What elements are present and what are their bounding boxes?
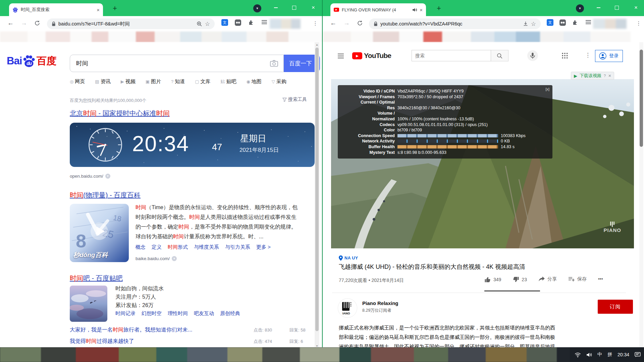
tieba-tag-link[interactable]: 时间记录 — [115, 310, 136, 316]
baidu-nav-tab[interactable]: ▣图片 — [146, 78, 161, 87]
scrollbar-up-icon[interactable]: ▲ — [315, 43, 319, 46]
profile-avatar-icon[interactable]: ▼ — [576, 4, 584, 12]
extension-help-icon[interactable]: ? — [604, 74, 606, 78]
reading-list-icon[interactable] — [262, 20, 267, 21]
bookmark-star-icon[interactable]: ☆ — [531, 20, 536, 27]
baike-tag-link[interactable]: 与维度关系 — [194, 244, 219, 250]
download-video-label[interactable]: 下载该视频 — [580, 73, 601, 79]
back-icon[interactable]: ← — [330, 19, 336, 27]
address-bar[interactable]: baidu.com/s?ie=UTF-8&wd=时间 ☆ — [47, 18, 215, 29]
ime-mode-indicator[interactable]: 拼 — [607, 352, 612, 358]
window-minimize-button[interactable] — [268, 0, 283, 15]
search-input[interactable] — [75, 60, 270, 67]
translate-icon[interactable]: 文 — [221, 19, 228, 26]
like-button[interactable]: 349 — [484, 276, 501, 283]
new-tab-button[interactable]: + — [437, 5, 441, 12]
stats-close-button[interactable]: [x] — [545, 87, 549, 91]
reload-icon[interactable] — [34, 20, 40, 26]
extensions-puzzle-icon[interactable] — [248, 19, 254, 25]
tab-close-icon[interactable]: × — [420, 7, 423, 12]
tieba-tag-link[interactable]: 幻想时空 — [142, 310, 162, 316]
baike-tag-link[interactable]: 概念 — [136, 244, 146, 250]
voice-search-icon[interactable] — [527, 50, 538, 61]
download-icon[interactable] — [523, 21, 528, 26]
signin-button[interactable]: 登录 — [595, 50, 623, 62]
reload-icon[interactable] — [357, 20, 363, 26]
result1-title-link[interactable]: 北京时间 - 国家授时中心标准时间 — [70, 109, 170, 118]
download-extension-bar[interactable]: ▶ 下载该视频 ? ✕ — [571, 72, 614, 80]
titlebar[interactable]: ▶ FLYING OVER NORWAY (4 × + ▼ × — [323, 0, 644, 16]
camera-search-icon[interactable] — [270, 60, 278, 67]
video-location-tag[interactable]: NA UY — [339, 255, 358, 261]
tieba-post-link[interactable]: 大家好，我是一名时间旅行者。我想知道你们对未... — [70, 327, 192, 333]
window-close-button[interactable]: × — [306, 0, 321, 15]
baike-tag-link[interactable]: 时间形式 — [168, 244, 188, 250]
notification-icon[interactable] — [635, 352, 641, 357]
profile-avatar-icon[interactable]: ▼ — [253, 4, 261, 12]
youtube-logo[interactable]: ▶ YouTube — [352, 52, 391, 60]
baike-tag-link[interactable]: 定义 — [152, 244, 162, 250]
ime-language-indicator[interactable]: 中 — [597, 352, 602, 358]
subscribe-button[interactable]: 订阅 — [598, 300, 633, 314]
window-maximize-button[interactable] — [609, 0, 624, 15]
menu-kebab-icon[interactable]: ⋮ — [313, 20, 318, 26]
baidu-nav-tab[interactable]: ▢文库 — [195, 78, 210, 87]
tieba-tag-link[interactable]: 原创经典 — [220, 310, 240, 316]
baidu-nav-tab[interactable]: ◎网页 — [70, 78, 85, 87]
baike-tag-link[interactable]: 与引力关系 — [225, 244, 250, 250]
titlebar[interactable]: du 时间_百度搜索 × + ▼ × — [0, 0, 322, 16]
window-close-button[interactable]: × — [629, 0, 643, 15]
tab-audio-icon[interactable] — [412, 8, 417, 12]
tieba-tag-link[interactable]: 吧友互动 — [194, 310, 214, 316]
address-bar[interactable]: youtube.com/watch?v=VbdZA4PR6qc ☆ — [369, 18, 541, 29]
result3-title-link[interactable]: 时间吧 - 百度贴吧 — [70, 274, 123, 283]
result2-thumbnail[interactable]: 8 25 18 秒dǒng百科 — [70, 204, 129, 262]
result-dropdown-icon[interactable]: ▼ — [105, 174, 110, 179]
channel-name[interactable]: Piano Relaxing — [362, 300, 398, 306]
more-actions-button[interactable]: ••• — [598, 276, 603, 282]
browser-tab-youtube[interactable]: ▶ FLYING OVER NORWAY (4 × — [330, 3, 426, 16]
tieba-tag-link[interactable]: 理性时间 — [168, 310, 188, 316]
network-icon[interactable] — [575, 352, 581, 357]
browser-tab-baidu[interactable]: du 时间_百度搜索 × — [9, 3, 103, 16]
baike-tag-link[interactable]: 更多 > — [256, 244, 271, 250]
result3-thumbnail[interactable] — [70, 286, 107, 322]
baidu-nav-tab[interactable]: ?知道 — [171, 78, 185, 87]
extension-circles-icon[interactable] — [559, 19, 566, 26]
back-icon[interactable]: ← — [7, 19, 14, 27]
window-maximize-button[interactable] — [287, 0, 302, 15]
new-tab-button[interactable]: + — [113, 5, 117, 12]
scrollbar-thumb[interactable] — [640, 50, 643, 147]
baidu-nav-tab[interactable]: ▽采购 — [272, 78, 286, 87]
baidu-nav-tab[interactable]: ▤资讯 — [95, 78, 110, 87]
translate-icon[interactable]: 文 — [547, 19, 553, 26]
save-button[interactable]: 保存 — [568, 276, 587, 282]
share-button[interactable]: 分享 — [538, 276, 557, 282]
youtube-search-button[interactable] — [491, 50, 508, 61]
search-tools[interactable]: 搜索工具 — [282, 97, 307, 103]
clock[interactable]: 20:34 — [618, 352, 629, 357]
scrollbar-thumb[interactable] — [315, 48, 319, 331]
window-minimize-button[interactable] — [591, 0, 606, 15]
extension-close-icon[interactable]: ✕ — [608, 74, 611, 78]
baidu-nav-tab[interactable]: ◉地图 — [246, 78, 261, 87]
tab-close-icon[interactable]: × — [97, 7, 100, 12]
header-kebab-icon[interactable]: ⋮ — [585, 52, 591, 59]
zoom-page-icon[interactable] — [197, 21, 202, 27]
youtube-search-input[interactable] — [412, 50, 491, 61]
menu-kebab-icon[interactable]: ⋮ — [636, 20, 641, 26]
result-dropdown-icon[interactable]: ▼ — [172, 256, 177, 261]
forward-icon[interactable]: → — [21, 19, 27, 27]
search-box[interactable] — [70, 55, 284, 72]
bookmark-star-icon[interactable]: ☆ — [205, 20, 210, 27]
forward-icon[interactable]: → — [343, 19, 350, 27]
reading-list-icon[interactable] — [586, 20, 591, 21]
tieba-post-link[interactable]: 我觉得时间过得越来越快了 — [70, 338, 134, 344]
apps-grid-icon[interactable] — [561, 52, 568, 59]
baidu-nav-tab[interactable]: 贴贴吧 — [220, 78, 236, 87]
channel-avatar[interactable]: IANO — [338, 298, 357, 318]
extensions-puzzle-icon[interactable] — [572, 19, 578, 25]
baidu-logo[interactable]: Bai du 百度 — [7, 54, 56, 68]
extension-circles-icon[interactable] — [235, 19, 241, 26]
dislike-button[interactable]: 23 — [513, 276, 527, 283]
